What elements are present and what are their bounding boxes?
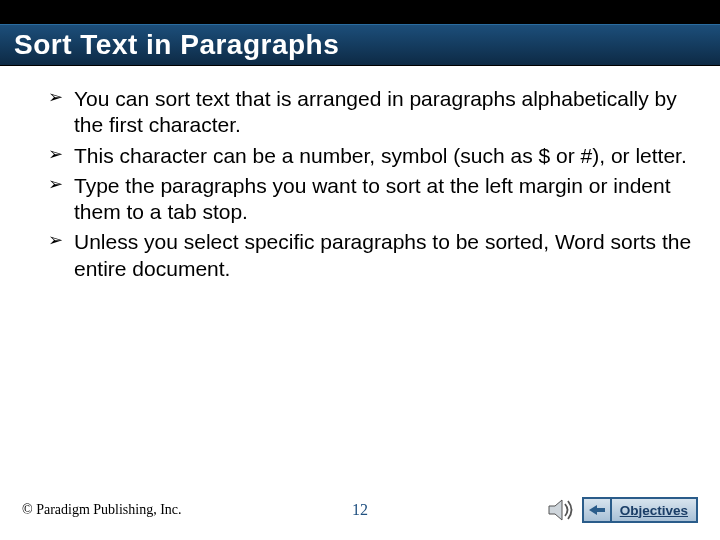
footer: © Paradigm Publishing, Inc. 12 Objective… [0,494,720,526]
slide: Sort Text in Paragraphs You can sort tex… [0,0,720,540]
objectives-label: Objectives [620,503,688,518]
footer-right: Objectives [544,494,698,526]
back-button[interactable] [584,499,612,521]
page-number: 12 [352,501,368,519]
svg-marker-1 [589,505,605,515]
speaker-icon[interactable] [544,494,576,526]
copyright-text: © Paradigm Publishing, Inc. [22,502,182,518]
bullet-item: Unless you select specific paragraphs to… [48,229,692,282]
top-black-bar [0,0,720,24]
title-bar: Sort Text in Paragraphs [0,24,720,66]
svg-marker-0 [549,500,562,520]
bullet-item: You can sort text that is arranged in pa… [48,86,692,139]
objectives-button[interactable]: Objectives [612,499,696,521]
bullet-item: Type the paragraphs you want to sort at … [48,173,692,226]
bullet-item: This character can be a number, symbol (… [48,143,692,169]
bullet-list: You can sort text that is arranged in pa… [48,86,692,282]
slide-body: You can sort text that is arranged in pa… [0,66,720,282]
nav-group: Objectives [582,497,698,523]
slide-title: Sort Text in Paragraphs [14,29,339,61]
